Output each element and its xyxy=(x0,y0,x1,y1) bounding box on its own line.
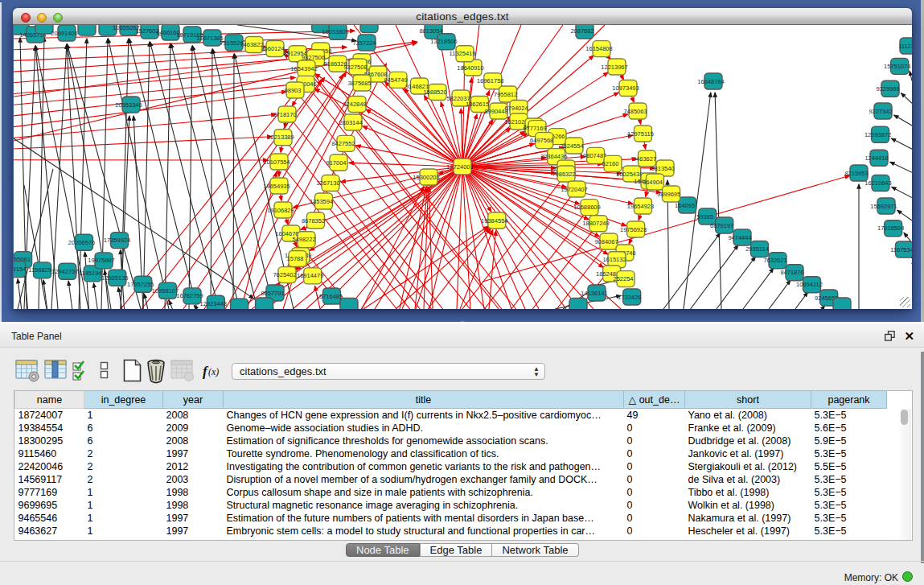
svg-text:7463822: 7463822 xyxy=(240,41,263,48)
svg-text:2839154: 2839154 xyxy=(14,266,26,273)
svg-text:8678352: 8678352 xyxy=(302,217,325,225)
svg-text:15692971: 15692971 xyxy=(870,203,897,210)
svg-text:13218506: 13218506 xyxy=(430,38,457,45)
svg-text:1527602: 1527602 xyxy=(135,27,158,35)
svg-text:17359924: 17359924 xyxy=(104,237,130,244)
svg-text:8454749: 8454749 xyxy=(384,76,407,84)
svg-text:1353594: 1353594 xyxy=(310,198,333,205)
svg-text:18724007: 18724007 xyxy=(446,163,473,171)
svg-text:20553346: 20553346 xyxy=(115,101,142,109)
svg-text:12923448: 12923448 xyxy=(200,300,227,307)
svg-text:(x): (x) xyxy=(208,366,219,377)
svg-text:10654112: 10654112 xyxy=(796,281,823,288)
svg-text:6794024: 6794024 xyxy=(504,105,528,112)
svg-text:2718170: 2718170 xyxy=(273,111,296,118)
svg-text:19975887: 19975887 xyxy=(88,257,114,264)
svg-text:16961758: 16961758 xyxy=(477,77,503,84)
svg-text:7625402: 7625402 xyxy=(273,271,296,278)
svg-text:7357224: 7357224 xyxy=(352,39,376,47)
svg-text:9329966: 9329966 xyxy=(876,85,899,93)
svg-text:10958107: 10958107 xyxy=(152,287,179,295)
svg-text:8471876: 8471876 xyxy=(780,269,803,276)
svg-text:1733426: 1733426 xyxy=(618,294,641,301)
svg-text:17016504: 17016504 xyxy=(877,225,904,232)
svg-text:16210643: 16210643 xyxy=(864,179,891,187)
svg-text:62160: 62160 xyxy=(602,160,619,167)
svg-text:11123: 11123 xyxy=(898,43,912,50)
svg-text:8427552: 8427552 xyxy=(331,140,355,147)
svg-text:12975115: 12975115 xyxy=(627,130,654,138)
svg-text:3875685: 3875685 xyxy=(347,80,371,87)
svg-text:16648784: 16648784 xyxy=(697,78,724,85)
svg-text:1588520: 1588520 xyxy=(423,89,446,96)
svg-text:2803144: 2803144 xyxy=(339,119,362,126)
svg-text:1615132: 1615132 xyxy=(602,256,626,263)
svg-text:8215953: 8215953 xyxy=(844,170,868,177)
svg-text:10807487: 10807487 xyxy=(580,152,606,159)
svg-text:19106829: 19106829 xyxy=(267,207,294,214)
svg-text:8813054: 8813054 xyxy=(419,27,442,35)
svg-text:19756928: 19756928 xyxy=(620,226,647,233)
svg-text:16033809: 16033809 xyxy=(322,28,348,35)
svg-text:12213389: 12213389 xyxy=(267,134,294,141)
svg-text:19384554: 19384554 xyxy=(481,217,507,225)
svg-text:15300203: 15300203 xyxy=(413,174,439,181)
svg-text:7986322: 7986322 xyxy=(552,171,575,178)
svg-text:16914479: 16914479 xyxy=(297,272,323,279)
svg-text:7955812: 7955812 xyxy=(494,91,517,98)
svg-text:16782759: 16782759 xyxy=(176,292,203,299)
svg-text:1145194: 1145194 xyxy=(79,270,102,277)
svg-text:9327508: 9327508 xyxy=(343,64,367,71)
svg-text:10688609: 10688609 xyxy=(573,204,600,211)
svg-text:9242848: 9242848 xyxy=(343,101,366,108)
svg-text:11325419: 11325419 xyxy=(450,50,476,57)
svg-text:7485063: 7485063 xyxy=(623,108,647,115)
svg-text:164095: 164095 xyxy=(675,202,695,209)
svg-text:3624554: 3624554 xyxy=(560,142,583,150)
svg-text:20206576: 20206576 xyxy=(68,239,95,246)
svg-text:8660124: 8660124 xyxy=(261,45,284,52)
svg-text:19654935: 19654935 xyxy=(263,183,290,190)
svg-text:3267130: 3267130 xyxy=(316,179,339,187)
svg-text:17957255: 17957255 xyxy=(127,281,154,288)
svg-text:9084067: 9084067 xyxy=(594,238,618,245)
svg-text:12213967: 12213967 xyxy=(601,64,627,71)
svg-text:1167534: 1167534 xyxy=(890,246,912,253)
svg-text:964904: 964904 xyxy=(643,179,663,186)
svg-text:9227342: 9227342 xyxy=(869,108,892,115)
svg-text:1244418: 1244418 xyxy=(864,154,888,162)
svg-text:16154808: 16154808 xyxy=(585,45,612,52)
svg-text:9474444: 9474444 xyxy=(728,234,751,241)
svg-text:18807249: 18807249 xyxy=(582,220,609,227)
svg-text:10025438: 10025438 xyxy=(616,171,643,178)
svg-text:19654923: 19654923 xyxy=(627,203,654,210)
svg-text:15751074: 15751074 xyxy=(884,63,910,70)
svg-text:7632621: 7632621 xyxy=(763,257,786,264)
svg-text:15788: 15788 xyxy=(287,255,304,262)
svg-text:10973493: 10973493 xyxy=(612,84,639,92)
svg-text:59385: 59385 xyxy=(696,213,713,220)
svg-text:6497568: 6497568 xyxy=(530,137,553,144)
svg-text:14136141: 14136141 xyxy=(581,290,607,297)
svg-text:12942757: 12942757 xyxy=(51,268,78,275)
svg-text:2087682: 2087682 xyxy=(570,27,593,35)
svg-text:15720407: 15720407 xyxy=(561,186,587,193)
svg-text:16543942: 16543942 xyxy=(290,65,317,72)
svg-text:252254: 252254 xyxy=(613,275,633,282)
svg-text:20691406: 20691406 xyxy=(51,30,77,37)
svg-text:2935114: 2935114 xyxy=(745,245,769,253)
svg-text:12505135: 12505135 xyxy=(101,274,128,282)
svg-text:9463627: 9463627 xyxy=(633,155,656,163)
svg-text:18640910: 18640910 xyxy=(457,64,483,72)
svg-text:9777169: 9777169 xyxy=(523,125,546,132)
svg-text:98903: 98903 xyxy=(285,87,302,94)
svg-text:9899695: 9899695 xyxy=(657,191,680,198)
svg-text:15716485: 15716485 xyxy=(316,293,343,300)
svg-text:6879197: 6879197 xyxy=(710,222,733,229)
svg-text:917004: 917004 xyxy=(326,159,346,167)
svg-text:20364436: 20364436 xyxy=(540,153,567,160)
svg-text:12093872: 12093872 xyxy=(864,131,891,138)
svg-text:1156829: 1156829 xyxy=(28,266,51,274)
svg-text:9657791: 9657791 xyxy=(261,290,284,297)
svg-text:5498222: 5498222 xyxy=(292,236,315,243)
